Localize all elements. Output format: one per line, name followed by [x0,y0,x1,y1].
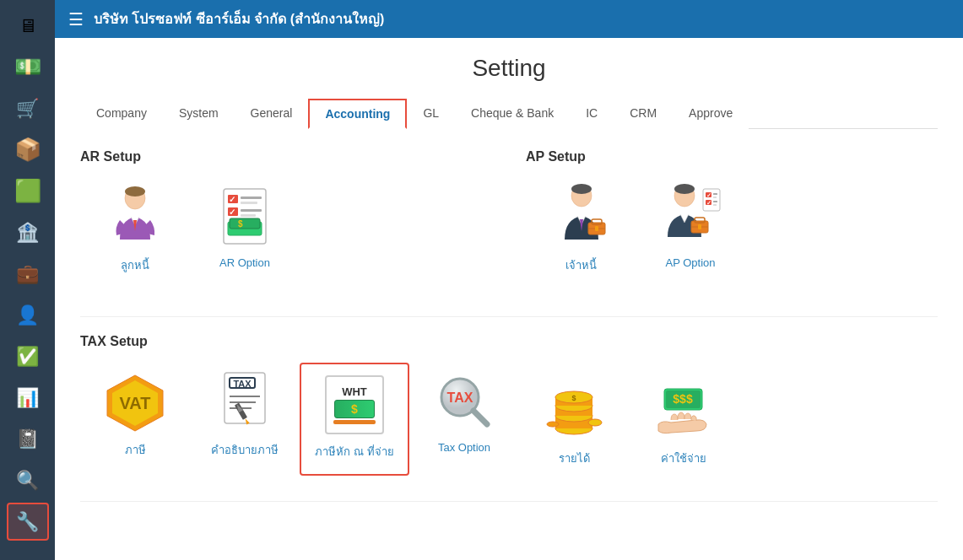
svg-rect-13 [241,214,256,217]
svg-text:$$$: $$$ [673,392,693,406]
ar-setup-grid: ลูกหนี้ $ [80,178,492,283]
ap-option-svg: ✓ ✓ [659,182,722,254]
tab-general[interactable]: General [235,99,309,129]
wht-box: WHT $ [325,375,384,434]
sidebar-item-search[interactable]: 🔍 [7,461,49,499]
ap-creditor-item[interactable]: เจ้าหนี้ [526,178,636,283]
svg-text:✓: ✓ [229,195,235,204]
header: ☰ บริษัท โปรซอฟท์ ซีอาร์เอ็ม จำกัด (สำนั… [55,0,963,38]
tab-gl[interactable]: GL [407,99,455,129]
ap-option-label: AP Option [665,256,715,269]
sidebar-item-sales[interactable]: 🛒 [7,89,49,127]
dashboard-icon: 🖥 [19,15,37,37]
expense-svg: $$$ [654,382,713,441]
person-icon: 👤 [16,304,39,326]
tax-expense-item[interactable]: $$$ ค่าใช้จ่าย [629,371,738,476]
ar-option-icon: $ ✓ ✓ [214,186,277,250]
sidebar-item-stock[interactable]: 🟩 [7,172,49,210]
sidebar-item-inventory[interactable]: 📦 [7,131,49,169]
tax-expense-label: ค่าใช้จ่าย [661,450,706,467]
ar-option-label: AR Option [219,256,270,269]
tax-vat-item[interactable]: VAT ภาษี [80,363,190,476]
wht-dollar: $ [351,402,358,416]
wht-bill: $ [334,400,375,418]
svg-point-15 [571,184,592,194]
svg-rect-19 [595,226,598,231]
svg-text:VAT: VAT [119,394,150,412]
ap-setup-section: AP Setup [492,149,938,283]
svg-text:TAX: TAX [233,379,252,389]
svg-point-1 [125,186,145,197]
content-area: Setting Company System General Accountin… [55,38,963,560]
tax-desc-icon: TAX [214,371,277,434]
tab-system[interactable]: System [163,99,235,129]
settings-icon: 🔧 [16,511,39,533]
sidebar-item-hr[interactable]: 💼 [7,255,49,293]
bank-icon: 🏦 [16,222,39,244]
ap-setup-title: AP Setup [526,149,938,164]
svg-rect-8 [241,197,262,199]
tax-wht-item[interactable]: WHT $ ภาษีหัก ณ ที่จ่าย [300,363,409,476]
cart-icon: 🛒 [16,98,39,120]
tax-setup-section: TAX Setup VAT ภาษี [80,334,938,476]
section-divider-1 [80,316,938,317]
tax-paper-svg: TAX [218,371,273,434]
svg-line-49 [473,411,487,424]
income-svg: $ [544,382,603,441]
tab-accounting[interactable]: Accounting [308,99,407,129]
section-divider-2 [80,501,938,502]
svg-text:✓: ✓ [706,200,711,206]
svg-rect-9 [241,202,257,204]
svg-rect-34 [713,204,717,206]
tax-expense-icon: $$$ [652,380,716,443]
sidebar-item-report[interactable]: 📊 [7,379,49,417]
tax-desc-item[interactable]: TAX คำอธิบ [190,363,300,476]
svg-rect-33 [713,201,717,202]
sidebar-item-crm[interactable]: 👤 [7,296,49,334]
tax-income-item[interactable]: $ รายได้ [519,371,629,476]
tax-vat-icon: VAT [104,371,167,434]
svg-text:$: $ [238,219,243,229]
sidebar-item-settings[interactable]: 🔧 [7,503,49,541]
stock-icon: 🟩 [14,178,41,204]
svg-rect-25 [698,224,701,229]
ar-customer-label: ลูกหนี้ [121,256,149,274]
svg-rect-30 [713,197,717,198]
vat-svg: VAT [105,374,165,433]
tab-crm[interactable]: CRM [614,99,673,129]
tab-ic[interactable]: IC [570,99,614,129]
svg-rect-29 [713,193,717,195]
check-icon: ✅ [16,346,39,368]
sidebar-item-notes[interactable]: 📓 [7,420,49,458]
sidebar-item-approve[interactable]: ✅ [7,337,49,375]
tax-option-item[interactable]: TAX Tax Option [409,363,519,476]
sidebar-item-bank[interactable]: 🏦 [7,213,49,251]
svg-point-58 [588,419,602,426]
ap-person-svg [549,182,613,254]
tax-income-label: รายได้ [559,450,590,467]
ar-customer-item[interactable]: ลูกหนี้ [80,178,190,283]
svg-text:$: $ [571,394,576,402]
svg-text:✓: ✓ [706,192,711,198]
page-title: Setting [80,55,938,82]
ap-option-icon: ✓ ✓ [659,186,722,250]
sidebar-item-dashboard[interactable]: 🖥 [7,7,49,45]
box-icon: 📦 [14,137,41,163]
tab-approve[interactable]: Approve [673,99,749,129]
briefcase-icon: 💼 [16,263,39,285]
sidebar-item-finance[interactable]: 💵 [7,48,49,86]
main-area: ☰ บริษัท โปรซอฟท์ ซีอาร์เอ็ม จำกัด (สำนั… [55,0,963,560]
ap-creditor-label: เจ้าหนี้ [565,256,597,274]
ar-setup-title: AR Setup [80,149,492,164]
hamburger-icon[interactable]: ☰ [68,9,84,30]
ap-option-item[interactable]: ✓ ✓ AP Option [636,178,745,283]
tax-income-icon: $ [543,380,606,443]
tax-wht-label: ภาษีหัก ณ ที่จ่าย [315,443,393,460]
tax-option-label: Tax Option [438,441,490,454]
ar-setup-section: AR Setup [80,149,492,283]
ap-setup-grid: เจ้าหนี้ [526,178,938,283]
ar-option-item[interactable]: $ ✓ ✓ AR [190,178,300,283]
tab-cheque-bank[interactable]: Cheque & Bank [455,99,570,129]
tax-vat-label: ภาษี [125,441,146,459]
tab-company[interactable]: Company [80,99,163,129]
